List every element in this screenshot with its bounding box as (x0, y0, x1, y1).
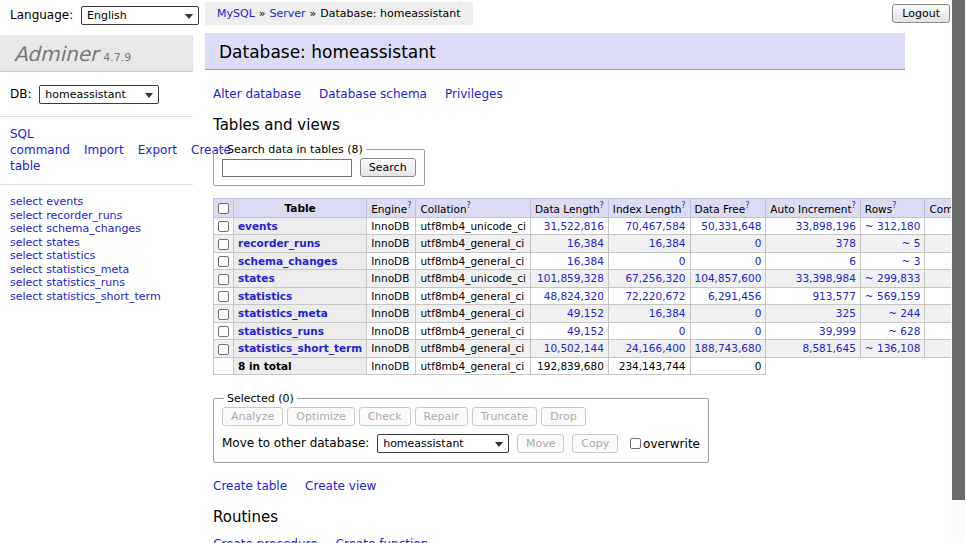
search-input[interactable] (222, 159, 352, 177)
column-header-label: Table (285, 202, 316, 214)
data-length-cell[interactable]: 31,522,816 (530, 217, 608, 235)
index-length-cell[interactable]: 72,220,672 (608, 287, 690, 305)
sidebar-item-select-statistics-runs[interactable]: select statistics_runs (10, 276, 193, 290)
select-all-checkbox[interactable] (218, 203, 229, 214)
total-empty-cell (214, 357, 234, 374)
logout-button[interactable]: Logout (892, 4, 950, 23)
table-name-cell: statistics_meta (234, 305, 367, 323)
rows-count-cell[interactable]: ~ 136,108 (860, 340, 925, 358)
rows-count-cell[interactable]: ~ 312,180 (860, 217, 925, 235)
row-checkbox[interactable] (218, 256, 229, 267)
index-length-cell[interactable]: 16,384 (608, 235, 690, 253)
data-free-cell[interactable]: 0 (690, 322, 766, 340)
data-length-cell[interactable]: 49,152 (530, 305, 608, 323)
sidebar-item-select-events[interactable]: select events (10, 195, 193, 209)
sql-command-link[interactable]: SQL command (10, 127, 70, 157)
move-db-select[interactable]: homeassistant (377, 434, 509, 453)
index-length-cell[interactable]: 0 (608, 252, 690, 270)
sidebar-item-select-statistics[interactable]: select statistics (10, 249, 193, 263)
table-link-statistics[interactable]: statistics (238, 290, 292, 302)
database-schema-link[interactable]: Database schema (319, 87, 427, 101)
export-link[interactable]: Export (138, 143, 177, 157)
index-length-cell[interactable]: 24,166,400 (608, 340, 690, 358)
column-header-label: Index Length (613, 203, 681, 215)
sidebar-item-select-states[interactable]: select states (10, 236, 193, 250)
scrollbar[interactable] (951, 0, 966, 543)
data-free-cell[interactable]: 104,857,600 (690, 270, 766, 288)
table-link-statistics-short-term[interactable]: statistics_short_term (238, 342, 362, 354)
data-length-cell[interactable]: 16,384 (530, 252, 608, 270)
row-checkbox[interactable] (218, 239, 229, 250)
auto-increment-cell[interactable]: 39,999 (766, 322, 861, 340)
engine-cell: InnoDB (367, 305, 416, 323)
data-length-cell[interactable]: 48,824,320 (530, 287, 608, 305)
table-link-states[interactable]: states (238, 272, 275, 284)
data-length-cell[interactable]: 10,502,144 (530, 340, 608, 358)
data-free-cell[interactable]: 0 (690, 305, 766, 323)
sidebar-item-select-schema-changes[interactable]: select schema_changes (10, 222, 193, 236)
create-view-link[interactable]: Create view (305, 479, 376, 493)
help-link[interactable]: ? (600, 201, 604, 210)
rows-count-cell[interactable]: ~ 569,159 (860, 287, 925, 305)
data-length-cell[interactable]: 49,152 (530, 322, 608, 340)
rows-count-cell[interactable]: ~ 628 (860, 322, 925, 340)
breadcrumb-link-mysql[interactable]: MySQL (217, 7, 255, 20)
table-link-statistics-meta[interactable]: statistics_meta (238, 307, 328, 319)
help-link[interactable]: ? (852, 201, 856, 210)
sidebar-item-select-statistics-meta[interactable]: select statistics_meta (10, 263, 193, 277)
collation-cell: utf8mb4_unicode_ci (416, 270, 530, 288)
index-length-cell[interactable]: 16,384 (608, 305, 690, 323)
auto-increment-cell[interactable]: 913,577 (766, 287, 861, 305)
overwrite-checkbox[interactable] (630, 438, 641, 449)
help-link[interactable]: ? (467, 201, 471, 210)
create-procedure-link[interactable]: Create procedure (213, 537, 318, 543)
help-link[interactable]: ? (745, 201, 749, 210)
rows-count-cell[interactable]: ~ 5 (860, 235, 925, 253)
data-free-cell[interactable]: 0 (690, 235, 766, 253)
data-length-cell[interactable]: 16,384 (530, 235, 608, 253)
table-link-events[interactable]: events (238, 220, 278, 232)
table-name-cell: states (234, 270, 367, 288)
auto-increment-cell[interactable]: 325 (766, 305, 861, 323)
table-link-recorder-runs[interactable]: recorder_runs (238, 237, 320, 249)
language-select[interactable]: English (81, 6, 199, 25)
help-link[interactable]: ? (892, 201, 896, 210)
help-link[interactable]: ? (681, 201, 685, 210)
breadcrumb-link-server[interactable]: Server (270, 7, 306, 20)
auto-increment-cell[interactable]: 33,398,984 (766, 270, 861, 288)
create-function-link[interactable]: Create function (336, 537, 429, 543)
index-length-cell[interactable]: 70,467,584 (608, 217, 690, 235)
sidebar-item-select-recorder-runs[interactable]: select recorder_runs (10, 209, 193, 223)
data-free-cell[interactable]: 0 (690, 252, 766, 270)
data-free-cell[interactable]: 188,743,680 (690, 340, 766, 358)
auto-increment-cell[interactable]: 6 (766, 252, 861, 270)
data-free-cell[interactable]: 50,331,648 (690, 217, 766, 235)
sidebar-item-select-statistics-short-term[interactable]: select statistics_short_term (10, 290, 193, 304)
row-checkbox[interactable] (218, 221, 229, 232)
auto-increment-cell[interactable]: 378 (766, 235, 861, 253)
scrollbar-thumb[interactable] (952, 0, 965, 500)
alter-database-link[interactable]: Alter database (213, 87, 301, 101)
db-select[interactable]: homeassistant (39, 85, 159, 104)
data-length-cell[interactable]: 101,859,328 (530, 270, 608, 288)
privileges-link[interactable]: Privileges (445, 87, 503, 101)
row-checkbox[interactable] (218, 344, 229, 355)
table-link-schema-changes[interactable]: schema_changes (238, 255, 338, 267)
search-button[interactable]: Search (360, 158, 416, 177)
row-checkbox[interactable] (218, 274, 229, 285)
rows-count-cell[interactable]: ~ 299,833 (860, 270, 925, 288)
row-checkbox[interactable] (218, 309, 229, 320)
table-link-statistics-runs[interactable]: statistics_runs (238, 325, 324, 337)
index-length-cell[interactable]: 67,256,320 (608, 270, 690, 288)
auto-increment-cell[interactable]: 8,581,645 (766, 340, 861, 358)
create-table-link[interactable]: Create table (213, 479, 287, 493)
import-link[interactable]: Import (84, 143, 124, 157)
data-free-cell[interactable]: 6,291,456 (690, 287, 766, 305)
auto-increment-cell[interactable]: 33,898,196 (766, 217, 861, 235)
rows-count-cell[interactable]: ~ 244 (860, 305, 925, 323)
rows-count-cell[interactable]: ~ 3 (860, 252, 925, 270)
row-checkbox[interactable] (218, 326, 229, 337)
help-link[interactable]: ? (407, 201, 411, 210)
row-checkbox[interactable] (218, 291, 229, 302)
index-length-cell[interactable]: 0 (608, 322, 690, 340)
